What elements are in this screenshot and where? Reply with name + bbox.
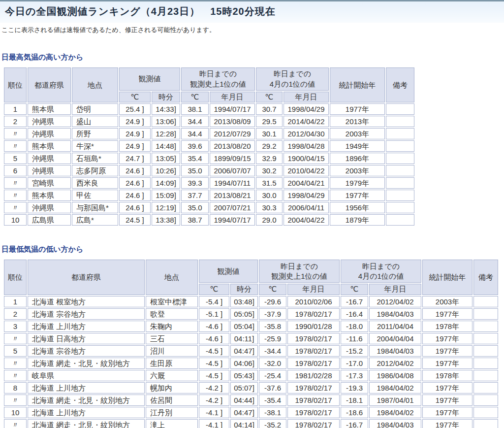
cell-prefecture: 北海道 根室地方 [28,296,145,307]
cell-observed-temp: -4.6 ] [199,321,229,332]
cell-april-temp: 29.5 [256,116,283,127]
cell-prefecture: 北海道 上川地方 [28,321,145,332]
column-subheader-date: 年月日 [284,92,329,102]
table-row: 10広島県広島*24.5 ]13:38]38.71994/07/1729.020… [4,214,414,226]
column-header-prefecture: 都道府県 [28,260,145,295]
cell-rank: 5 [4,345,27,357]
column-header-rank: 順位 [4,67,27,102]
column-subheader-celsius: ℃ [341,284,368,295]
section-daily-min-temp: 日最低気温の低い方から 順位都道府県地点観測値昨日までの 観測史上1位の値昨日ま… [0,245,504,428]
cell-remarks [473,395,498,406]
cell-record-date: 1981/02/28 [287,370,340,381]
column-subheader-time: 時分 [152,92,180,102]
table-row: 1熊本県岱明25.4 ]14:33]38.11994/07/1730.71998… [4,103,414,115]
cell-april-temp: -11.6 [341,333,368,344]
cell-april-date: 2012/04/02 [369,296,421,307]
cell-record-temp: 38.1 [181,103,209,115]
column-header-observed: 観測値 [119,67,180,91]
cell-observed-temp: 24.6 ] [119,190,151,201]
cell-station: 与那国島* [72,202,118,213]
cell-april-temp: -18.6 [341,407,368,418]
cell-record-temp: 35.0 [181,202,209,213]
cell-observed-time: 05:05] [230,308,258,320]
cell-observed-temp: -4.2 ] [199,382,229,394]
cell-prefecture: 北海道 上川地方 [28,407,145,418]
column-header-station: 地点 [72,67,118,102]
cell-rank: 3 [4,321,27,332]
column-header-start_year: 統計開始年 [330,67,385,102]
cell-observed-time: 04:14] [230,419,258,428]
column-subheader-date: 年月日 [287,284,340,295]
cell-record-temp: -35.2 [259,419,286,428]
cell-rank: 1 [4,103,27,115]
cell-record-date: 1990/01/28 [287,321,340,332]
cell-prefecture: 熊本県 [28,140,71,152]
table-row: 〃熊本県甲佐24.6 ]15:09]37.72013/08/2130.01998… [4,190,414,201]
cell-record-temp: 34.4 [181,116,209,127]
cell-april-date: 2006/04/11 [284,202,329,213]
column-header-record: 昨日までの 観測史上1位の値 [259,260,340,283]
cell-station: 甲佐 [72,190,118,201]
cell-record-date: 2007/07/21 [210,202,255,213]
column-header-remarks: 備考 [473,260,498,295]
header-row: 順位都道府県地点観測値昨日までの 観測史上1位の値昨日までの 4月の1位の値統計… [4,67,414,91]
cell-start-year: 1977年 [422,308,472,320]
cell-remarks [473,358,498,369]
cell-observed-temp: -4.6 ] [199,333,229,344]
cell-observed-time: 10:26] [152,165,180,176]
cell-rank: 〃 [4,202,27,213]
cell-april-date: 1984/04/02 [369,407,421,418]
cell-observed-temp: 24.6 ] [119,165,151,176]
cell-record-temp: -35.4 [259,395,286,406]
cell-observed-time: 04:11] [230,333,258,344]
cell-rank: 1 [4,296,27,307]
section-heading-max-temp: 日最高気温の高い方から [1,53,504,62]
cell-observed-time: 14:09] [152,177,180,189]
cell-station: 幌加内 [146,382,198,394]
cell-rank: 〃 [4,140,27,152]
cell-rank: 8 [4,382,27,394]
cell-remarks [386,128,414,139]
cell-april-date: 2004/04/22 [284,214,329,226]
cell-observed-time: 05:43] [230,370,258,381]
cell-remarks [386,214,414,226]
cell-prefecture: 沖縄県 [28,116,71,127]
column-header-remarks: 備考 [386,67,414,102]
cell-april-date: 1998/04/28 [284,140,329,152]
cell-start-year: 1977年 [422,345,472,357]
table-row: 5北海道 宗谷地方沼川-4.5 ]04:47]-34.41978/02/17-1… [4,345,498,357]
cell-observed-temp: -4.5 ] [199,345,229,357]
cell-station: 佐呂間 [146,395,198,406]
cell-observed-time: 04:06] [230,358,258,369]
cell-start-year: 1977年 [422,419,472,428]
cell-record-date: 1978/02/17 [287,419,340,428]
cell-rank: 6 [4,165,27,176]
cell-prefecture: 岐阜県 [28,370,145,381]
section-daily-max-temp: 日最高気温の高い方から 順位都道府県地点観測値昨日までの 観測史上1位の値昨日ま… [0,53,504,227]
cell-rank: 〃 [4,128,27,139]
column-header-prefecture: 都道府県 [28,67,71,102]
cell-april-date: 2011/04/04 [369,321,421,332]
cell-record-temp: -38.1 [259,407,286,418]
cell-prefecture: 北海道 日高地方 [28,333,145,344]
table-row: 〃岐阜県六厩-4.5 ]05:43]-25.41981/02/28-17.319… [4,370,498,381]
cell-record-date: 1899/09/15 [210,153,255,164]
cell-record-temp: -35.8 [259,321,286,332]
cell-observed-temp: 24.9 ] [119,116,151,127]
cell-observed-time: 04:47] [230,345,258,357]
cell-remarks [386,153,414,164]
cell-april-temp: -16.7 [341,419,368,428]
cell-remarks [473,333,498,344]
column-subheader-celsius: ℃ [119,92,151,102]
cell-april-date: 1900/04/15 [284,153,329,164]
cell-station: 岱明 [72,103,118,115]
cell-rank: 2 [4,116,27,127]
cell-prefecture: 広島県 [28,214,71,226]
cell-april-date: 1984/04/03 [369,419,421,428]
page-title: 今日の全国観測値ランキング（4月23日） 15時20分現在 [5,5,499,18]
table-row: 1北海道 根室地方根室中標津-5.4 ]03:48]-29.62010/02/0… [4,296,498,307]
column-subheader-date: 年月日 [210,92,255,102]
cell-start-year: 2003年 [422,296,472,307]
cell-start-year: 1979年 [330,177,385,189]
cell-station: 歌登 [146,308,198,320]
